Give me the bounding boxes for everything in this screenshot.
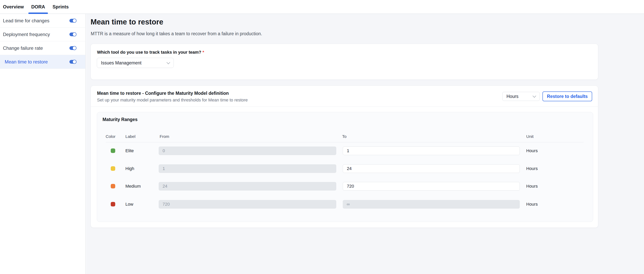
page-description: MTTR is a measure of how long it takes a…	[91, 31, 262, 37]
required-asterisk: *	[202, 50, 204, 55]
task-tool-select-value: Issues Management	[101, 60, 142, 66]
to-input-low	[343, 200, 520, 209]
column-header-color: Color	[106, 134, 116, 139]
unit-value: Hours	[526, 166, 538, 171]
maturity-section-title: Mean time to restore - Configure the Mat…	[97, 91, 229, 96]
from-input-medium	[159, 182, 336, 191]
column-header-to: To	[342, 134, 346, 139]
header-divider	[106, 142, 584, 142]
tab-sprints-label: Sprints	[52, 4, 69, 10]
task-tool-card: Which tool do you use to track tasks in …	[90, 44, 598, 80]
sidebar-item-deployment-frequency[interactable]: Deployment frequency	[0, 28, 85, 41]
maturity-model-card: Mean time to restore - Configure the Mat…	[90, 86, 598, 228]
color-swatch	[111, 166, 115, 171]
toggle-knob	[72, 32, 76, 37]
table-row-high: High Hours	[97, 164, 593, 173]
maturity-card-header: Mean time to restore - Configure the Mat…	[91, 86, 598, 107]
unit-select-value: Hours	[506, 94, 518, 99]
maturity-ranges-title: Maturity Ranges	[102, 117, 138, 122]
toggle-knob	[72, 46, 76, 50]
metrics-sidebar: Lead time for changes Deployment frequen…	[0, 14, 86, 274]
restore-defaults-button[interactable]: Restore to defaults	[542, 92, 592, 101]
table-row-low: Low Hours	[97, 200, 593, 209]
tab-sprints[interactable]: Sprints	[50, 0, 72, 14]
chevron-down-icon	[166, 61, 170, 64]
tab-overview[interactable]: Overview	[0, 0, 27, 14]
main-content: Mean time to restore MTTR is a measure o…	[86, 14, 644, 274]
task-tool-select[interactable]: Issues Management	[97, 58, 174, 68]
tab-overview-label: Overview	[3, 4, 24, 10]
to-input-elite[interactable]	[343, 146, 520, 155]
tool-question-label: Which tool do you use to track tasks in …	[97, 50, 204, 55]
from-input-high	[159, 164, 336, 173]
active-tab-indicator	[28, 13, 48, 14]
toggle-knob	[72, 19, 76, 23]
color-swatch	[111, 202, 115, 206]
sidebar-item-label: Change failure rate	[0, 46, 43, 51]
column-header-unit: Unit	[526, 134, 534, 139]
table-row-elite: Elite Hours	[97, 146, 593, 155]
sidebar-item-mean-time-to-restore[interactable]: Mean time to restore	[0, 55, 85, 69]
color-swatch	[111, 184, 115, 188]
tab-dora[interactable]: DORA	[28, 0, 48, 14]
toggle-knob	[72, 60, 76, 64]
column-header-label: Label	[126, 134, 135, 139]
unit-value: Hours	[526, 184, 538, 189]
unit-select[interactable]: Hours	[502, 92, 540, 101]
unit-value: Hours	[526, 148, 538, 153]
tool-question-text: Which tool do you use to track tasks in …	[97, 50, 201, 55]
page-title: Mean time to restore	[90, 18, 163, 26]
chevron-down-icon	[532, 94, 536, 98]
range-label: Medium	[126, 184, 141, 189]
from-input-elite	[159, 146, 336, 155]
mean-time-to-restore-toggle[interactable]	[70, 60, 76, 64]
color-swatch	[111, 148, 115, 153]
table-row-medium: Medium Hours	[97, 182, 593, 191]
to-input-medium[interactable]	[343, 182, 520, 191]
unit-value: Hours	[526, 202, 538, 207]
lead-time-toggle[interactable]	[70, 19, 76, 23]
change-failure-rate-toggle[interactable]	[70, 46, 76, 50]
top-tab-bar: Overview DORA Sprints	[0, 0, 644, 14]
to-input-high[interactable]	[343, 164, 520, 173]
range-label: Low	[126, 202, 133, 207]
range-label: High	[126, 166, 134, 171]
deployment-frequency-toggle[interactable]	[70, 33, 76, 36]
maturity-ranges-panel: Maturity Ranges Color Label From To Unit…	[97, 112, 593, 222]
sidebar-item-label: Deployment frequency	[0, 32, 50, 37]
sidebar-item-change-failure-rate[interactable]: Change failure rate	[0, 41, 85, 55]
sidebar-item-label: Lead time for changes	[0, 18, 49, 24]
column-header-from: From	[160, 134, 169, 139]
sidebar-item-label: Mean time to restore	[0, 59, 48, 65]
sidebar-item-lead-time-for-changes[interactable]: Lead time for changes	[0, 14, 85, 28]
from-input-low	[159, 200, 336, 209]
tab-dora-label: DORA	[31, 4, 45, 10]
maturity-section-subtitle: Set up your maturity model parameters an…	[97, 98, 248, 103]
range-label: Elite	[126, 148, 134, 153]
